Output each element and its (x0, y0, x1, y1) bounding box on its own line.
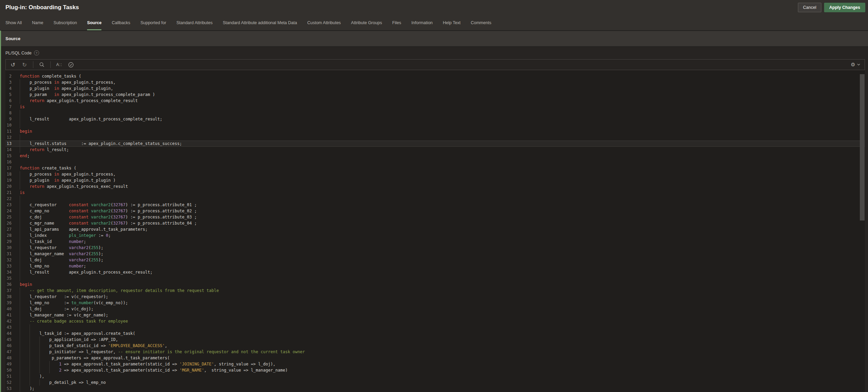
line-number: 24 (5, 208, 12, 214)
find-button[interactable] (36, 60, 48, 70)
indent-guide (20, 306, 20, 312)
code-line[interactable]: 12 (5, 134, 865, 141)
indent-guide (20, 196, 20, 202)
indent-guide (30, 355, 30, 361)
code-line-text: ); (20, 386, 865, 392)
code-line[interactable]: 48 p_parameters => apex_approval.t_task_… (5, 355, 865, 361)
code-line[interactable]: 23 c_requestor constant varchar2(32767) … (5, 202, 865, 208)
tab-help-text[interactable]: Help Text (443, 15, 461, 30)
code-line[interactable]: 13 l_result.status := apex_plugin.c_comp… (5, 141, 865, 147)
code-line[interactable]: 22 (5, 196, 865, 202)
indent-guide (20, 79, 20, 85)
tab-attribute-groups[interactable]: Attribute Groups (351, 15, 382, 30)
code-line[interactable]: 30 l_requestor varchar2(255); (5, 245, 865, 251)
code-line[interactable]: 20 return apex_plugin.t_process_exec_res… (5, 183, 865, 190)
code-line-text: p_initiator => l_requestor, -- ensure in… (20, 349, 865, 355)
code-line-text: l_manager_name := v(c_mgr_name); (20, 312, 865, 318)
undo-button[interactable]: ↺ (7, 60, 19, 70)
validate-button[interactable] (65, 60, 77, 70)
code-line[interactable]: 5 p_param in apex_plugin.t_process_compl… (5, 92, 865, 98)
code-line[interactable]: 28 l_index pls_integer := 0; (5, 232, 865, 239)
tab-source[interactable]: Source (87, 15, 101, 30)
redo-icon: ↻ (22, 62, 27, 68)
code-line[interactable]: 17function create_tasks ( (5, 165, 865, 171)
code-line-text: c_doj constant varchar2(32767) := p_proc… (20, 214, 865, 220)
code-line[interactable]: 29 l_task_id number; (5, 239, 865, 245)
tab-files[interactable]: Files (392, 15, 401, 30)
tab-comments[interactable]: Comments (471, 15, 491, 30)
help-icon[interactable]: ? (34, 50, 39, 55)
indent-guide (20, 294, 20, 300)
tab-custom-attributes[interactable]: Custom Attributes (307, 15, 341, 30)
code-line[interactable]: 49 1 => apex_approval.t_task_parameter(s… (5, 361, 865, 367)
code-line[interactable]: 35 (5, 275, 865, 281)
redo-button[interactable]: ↻ (19, 60, 30, 70)
section-header: Source (0, 31, 868, 47)
code-line[interactable]: 42 -- create badge access task for emplo… (5, 318, 865, 324)
code-line[interactable]: 37 -- get the amount, item description, … (5, 288, 865, 294)
code-line[interactable]: 46 p_task_def_static_id => 'EMPLOYEE_BAD… (5, 343, 865, 349)
plsql-code-editor[interactable]: 2function complete_tasks (3 p_process in… (5, 70, 865, 392)
line-number: 37 (5, 288, 12, 294)
code-line[interactable]: 34 l_result apex_plugin.t_process_exec_r… (5, 269, 865, 275)
code-line[interactable]: 6 return apex_plugin.t_process_complete_… (5, 98, 865, 104)
code-line[interactable]: 18 p_process in apex_plugin.t_process, (5, 171, 865, 177)
cancel-button[interactable]: Cancel (798, 3, 821, 12)
code-line[interactable]: 31 l_manager_name varchar2(255); (5, 251, 865, 257)
tab-subscription[interactable]: Subscription (53, 15, 77, 30)
code-line[interactable]: 16 (5, 159, 865, 165)
code-line[interactable]: 3 p_process in apex_plugin.t_process, (5, 79, 865, 85)
code-line[interactable]: 39 l_emp_no := to_number(v(c_emp_no)); (5, 300, 865, 306)
code-line-text (20, 196, 865, 202)
code-line[interactable]: 41 l_manager_name := v(c_mgr_name); (5, 312, 865, 318)
tab-standard-attributes[interactable]: Standard Attributes (176, 15, 212, 30)
code-line[interactable]: 53 ); (5, 386, 865, 392)
code-line-text: l_doj varchar2(255); (20, 257, 865, 263)
code-line[interactable]: 10 (5, 122, 865, 128)
tab-callbacks[interactable]: Callbacks (112, 15, 130, 30)
code-line[interactable]: 15end; (5, 153, 865, 159)
code-line[interactable]: 4 p_plugin in apex_plugin.t_plugin, (5, 85, 865, 92)
tab-name[interactable]: Name (32, 15, 43, 30)
tab-information[interactable]: Information (411, 15, 433, 30)
code-line[interactable]: 44 l_task_id := apex_approval.create_tas… (5, 330, 865, 337)
code-line-text: return l_result; (20, 147, 865, 153)
code-line[interactable]: 25 c_doj constant varchar2(32767) := p_p… (5, 214, 865, 220)
code-line[interactable]: 40 l_doj := v(c_doj); (5, 306, 865, 312)
code-line[interactable]: 11begin (5, 128, 865, 134)
code-line[interactable]: 50 2 => apex_approval.t_task_parameter(s… (5, 367, 865, 373)
indent-guide (20, 171, 20, 177)
code-line[interactable]: 26 c_mgr_name constant varchar2(32767) :… (5, 220, 865, 226)
code-line[interactable]: 8 (5, 110, 865, 116)
indent-guide (20, 147, 20, 153)
vertical-scrollbar[interactable] (860, 74, 865, 220)
code-line[interactable]: 47 p_initiator => l_requestor, -- ensure… (5, 349, 865, 355)
code-line[interactable]: 24 c_emp_no constant varchar2(32767) := … (5, 208, 865, 214)
code-line[interactable]: 52 p_detail_pk => l_emp_no (5, 379, 865, 386)
code-line-text: l_index pls_integer := 0; (20, 232, 865, 239)
tab-standard-attribute-additional-meta-data[interactable]: Standard Attribute additional Meta Data (223, 15, 297, 30)
code-line[interactable]: 9 l_result apex_plugin.t_process_complet… (5, 116, 865, 122)
code-line[interactable]: 38 l_requestor := v(c_requestor); (5, 294, 865, 300)
indent-guide (20, 257, 20, 263)
code-line[interactable]: 43 (5, 324, 865, 330)
code-line[interactable]: 7is (5, 104, 865, 110)
font-size-button[interactable]: A:: (53, 60, 65, 70)
line-number: 50 (5, 367, 12, 373)
code-line[interactable]: 33 l_emp_no number; (5, 263, 865, 269)
code-line[interactable]: 27 l_api_params apex_approval.t_task_par… (5, 226, 865, 232)
tab-show-all[interactable]: Show All (5, 15, 22, 30)
line-number: 17 (5, 165, 12, 171)
code-line[interactable]: 45 p_application_id => :APP_ID, (5, 337, 865, 343)
code-line[interactable]: 51 ), (5, 373, 865, 379)
code-line[interactable]: 32 l_doj varchar2(255); (5, 257, 865, 263)
code-line[interactable]: 2function complete_tasks ( (5, 73, 865, 79)
indent-guide (30, 343, 30, 349)
apply-changes-button[interactable]: Apply Changes (824, 3, 865, 12)
tab-supported-for[interactable]: Supported for (141, 15, 166, 30)
code-line[interactable]: 36begin (5, 281, 865, 288)
code-line[interactable]: 21is (5, 190, 865, 196)
editor-settings-button[interactable]: ⚙ (848, 60, 863, 70)
code-line[interactable]: 14 return l_result; (5, 147, 865, 153)
code-line[interactable]: 19 p_plugin in apex_plugin.t_plugin ) (5, 177, 865, 183)
